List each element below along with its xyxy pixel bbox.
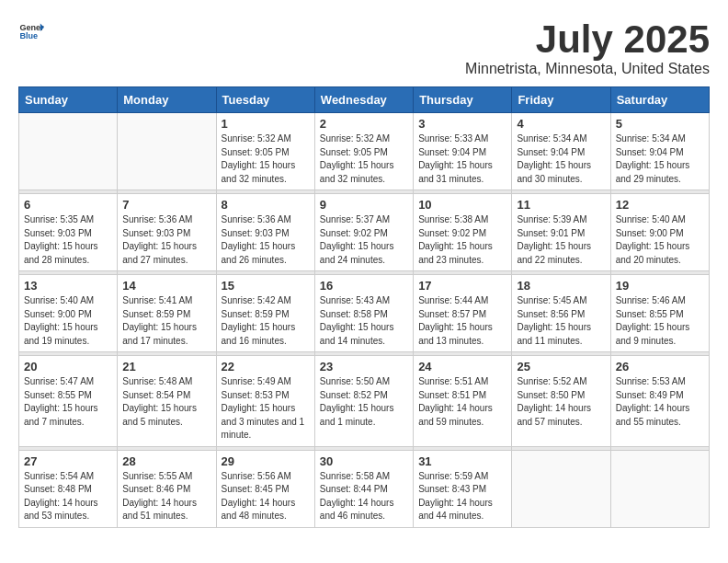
main-title: July 2025 bbox=[465, 18, 710, 61]
table-row: 31Sunrise: 5:59 AM Sunset: 8:43 PM Dayli… bbox=[414, 450, 512, 527]
day-detail: Sunrise: 5:51 AM Sunset: 8:51 PM Dayligh… bbox=[418, 375, 506, 429]
day-detail: Sunrise: 5:50 AM Sunset: 8:52 PM Dayligh… bbox=[320, 375, 408, 429]
table-row: 1Sunrise: 5:32 AM Sunset: 9:05 PM Daylig… bbox=[216, 113, 314, 190]
table-row: 14Sunrise: 5:41 AM Sunset: 8:59 PM Dayli… bbox=[118, 275, 216, 352]
header-friday: Friday bbox=[512, 87, 610, 113]
day-detail: Sunrise: 5:56 AM Sunset: 8:45 PM Dayligh… bbox=[222, 470, 310, 523]
day-detail: Sunrise: 5:32 AM Sunset: 9:05 PM Dayligh… bbox=[222, 132, 310, 186]
day-detail: Sunrise: 5:48 AM Sunset: 8:54 PM Dayligh… bbox=[122, 375, 210, 429]
day-number: 29 bbox=[222, 454, 310, 468]
day-number: 21 bbox=[122, 360, 210, 373]
day-number: 3 bbox=[418, 117, 506, 131]
day-detail: Sunrise: 5:53 AM Sunset: 8:49 PM Dayligh… bbox=[616, 375, 704, 429]
table-row: 5Sunrise: 5:34 AM Sunset: 9:04 PM Daylig… bbox=[610, 113, 709, 190]
day-detail: Sunrise: 5:32 AM Sunset: 9:05 PM Dayligh… bbox=[320, 132, 408, 186]
day-number: 27 bbox=[24, 454, 112, 468]
day-detail: Sunrise: 5:37 AM Sunset: 9:02 PM Dayligh… bbox=[320, 213, 408, 267]
day-detail: Sunrise: 5:55 AM Sunset: 8:46 PM Dayligh… bbox=[122, 470, 210, 523]
day-number: 9 bbox=[320, 198, 408, 212]
day-detail: Sunrise: 5:41 AM Sunset: 8:59 PM Dayligh… bbox=[122, 294, 210, 348]
day-detail: Sunrise: 5:40 AM Sunset: 9:00 PM Dayligh… bbox=[24, 294, 112, 348]
day-number: 31 bbox=[418, 454, 506, 468]
day-number: 15 bbox=[222, 279, 310, 293]
calendar-header-row: Sunday Monday Tuesday Wednesday Thursday… bbox=[19, 87, 710, 113]
table-row: 10Sunrise: 5:38 AM Sunset: 9:02 PM Dayli… bbox=[414, 194, 512, 271]
day-number: 7 bbox=[122, 198, 210, 212]
calendar-week-row: 27Sunrise: 5:54 AM Sunset: 8:48 PM Dayli… bbox=[19, 450, 710, 527]
day-detail: Sunrise: 5:34 AM Sunset: 9:04 PM Dayligh… bbox=[517, 132, 605, 186]
day-number: 11 bbox=[517, 198, 605, 212]
table-row: 6Sunrise: 5:35 AM Sunset: 9:03 PM Daylig… bbox=[19, 194, 118, 271]
table-row: 21Sunrise: 5:48 AM Sunset: 8:54 PM Dayli… bbox=[118, 356, 216, 447]
day-number: 26 bbox=[616, 360, 704, 373]
day-number: 13 bbox=[24, 279, 112, 293]
day-number: 12 bbox=[616, 198, 704, 212]
header: General Blue July 2025 Minnetrista, Minn… bbox=[18, 18, 710, 77]
day-number: 28 bbox=[122, 454, 210, 468]
header-monday: Monday bbox=[118, 87, 216, 113]
day-number: 17 bbox=[418, 279, 506, 293]
day-detail: Sunrise: 5:54 AM Sunset: 8:48 PM Dayligh… bbox=[24, 470, 112, 523]
day-number: 19 bbox=[616, 279, 704, 293]
table-row: 3Sunrise: 5:33 AM Sunset: 9:04 PM Daylig… bbox=[414, 113, 512, 190]
table-row: 28Sunrise: 5:55 AM Sunset: 8:46 PM Dayli… bbox=[118, 450, 216, 527]
day-number: 6 bbox=[24, 198, 112, 212]
day-number: 10 bbox=[418, 198, 506, 212]
table-row: 19Sunrise: 5:46 AM Sunset: 8:55 PM Dayli… bbox=[610, 275, 709, 352]
day-detail: Sunrise: 5:46 AM Sunset: 8:55 PM Dayligh… bbox=[616, 294, 704, 348]
day-number: 25 bbox=[517, 360, 605, 373]
table-row: 29Sunrise: 5:56 AM Sunset: 8:45 PM Dayli… bbox=[216, 450, 314, 527]
table-row: 8Sunrise: 5:36 AM Sunset: 9:03 PM Daylig… bbox=[216, 194, 314, 271]
day-detail: Sunrise: 5:47 AM Sunset: 8:55 PM Dayligh… bbox=[24, 375, 112, 429]
table-row: 17Sunrise: 5:44 AM Sunset: 8:57 PM Dayli… bbox=[414, 275, 512, 352]
calendar-week-row: 13Sunrise: 5:40 AM Sunset: 9:00 PM Dayli… bbox=[19, 275, 710, 352]
day-detail: Sunrise: 5:39 AM Sunset: 9:01 PM Dayligh… bbox=[517, 213, 605, 267]
day-number: 2 bbox=[320, 117, 408, 131]
table-row: 15Sunrise: 5:42 AM Sunset: 8:59 PM Dayli… bbox=[216, 275, 314, 352]
table-row: 16Sunrise: 5:43 AM Sunset: 8:58 PM Dayli… bbox=[314, 275, 413, 352]
day-number: 16 bbox=[320, 279, 408, 293]
header-thursday: Thursday bbox=[414, 87, 512, 113]
table-row: 25Sunrise: 5:52 AM Sunset: 8:50 PM Dayli… bbox=[512, 356, 610, 447]
table-row bbox=[610, 450, 709, 527]
day-number: 20 bbox=[24, 360, 112, 373]
day-detail: Sunrise: 5:33 AM Sunset: 9:04 PM Dayligh… bbox=[418, 132, 506, 186]
day-number: 8 bbox=[222, 198, 310, 212]
table-row: 26Sunrise: 5:53 AM Sunset: 8:49 PM Dayli… bbox=[610, 356, 709, 447]
table-row: 22Sunrise: 5:49 AM Sunset: 8:53 PM Dayli… bbox=[216, 356, 314, 447]
table-row: 20Sunrise: 5:47 AM Sunset: 8:55 PM Dayli… bbox=[19, 356, 118, 447]
day-number: 14 bbox=[122, 279, 210, 293]
calendar-week-row: 20Sunrise: 5:47 AM Sunset: 8:55 PM Dayli… bbox=[19, 356, 710, 447]
day-detail: Sunrise: 5:42 AM Sunset: 8:59 PM Dayligh… bbox=[222, 294, 310, 348]
day-detail: Sunrise: 5:59 AM Sunset: 8:43 PM Dayligh… bbox=[418, 470, 506, 523]
table-row: 9Sunrise: 5:37 AM Sunset: 9:02 PM Daylig… bbox=[314, 194, 413, 271]
day-detail: Sunrise: 5:49 AM Sunset: 8:53 PM Dayligh… bbox=[222, 375, 310, 442]
subtitle: Minnetrista, Minnesota, United States bbox=[465, 61, 710, 77]
day-number: 30 bbox=[320, 454, 408, 468]
table-row: 23Sunrise: 5:50 AM Sunset: 8:52 PM Dayli… bbox=[314, 356, 413, 447]
logo: General Blue bbox=[18, 18, 44, 44]
day-number: 4 bbox=[517, 117, 605, 131]
title-area: July 2025 Minnetrista, Minnesota, United… bbox=[465, 18, 710, 77]
table-row bbox=[19, 113, 118, 190]
day-number: 23 bbox=[320, 360, 408, 373]
day-detail: Sunrise: 5:38 AM Sunset: 9:02 PM Dayligh… bbox=[418, 213, 506, 267]
table-row: 11Sunrise: 5:39 AM Sunset: 9:01 PM Dayli… bbox=[512, 194, 610, 271]
day-detail: Sunrise: 5:44 AM Sunset: 8:57 PM Dayligh… bbox=[418, 294, 506, 348]
day-detail: Sunrise: 5:35 AM Sunset: 9:03 PM Dayligh… bbox=[24, 213, 112, 267]
table-row: 30Sunrise: 5:58 AM Sunset: 8:44 PM Dayli… bbox=[314, 450, 413, 527]
header-sunday: Sunday bbox=[19, 87, 118, 113]
svg-text:Blue: Blue bbox=[19, 31, 38, 40]
day-detail: Sunrise: 5:45 AM Sunset: 8:56 PM Dayligh… bbox=[517, 294, 605, 348]
table-row: 2Sunrise: 5:32 AM Sunset: 9:05 PM Daylig… bbox=[314, 113, 413, 190]
logo-icon: General Blue bbox=[18, 18, 44, 44]
day-detail: Sunrise: 5:58 AM Sunset: 8:44 PM Dayligh… bbox=[320, 470, 408, 523]
day-number: 18 bbox=[517, 279, 605, 293]
day-number: 22 bbox=[222, 360, 310, 373]
day-detail: Sunrise: 5:34 AM Sunset: 9:04 PM Dayligh… bbox=[616, 132, 704, 186]
header-wednesday: Wednesday bbox=[314, 87, 413, 113]
header-tuesday: Tuesday bbox=[216, 87, 314, 113]
calendar-week-row: 6Sunrise: 5:35 AM Sunset: 9:03 PM Daylig… bbox=[19, 194, 710, 271]
table-row: 12Sunrise: 5:40 AM Sunset: 9:00 PM Dayli… bbox=[610, 194, 709, 271]
day-number: 24 bbox=[418, 360, 506, 373]
